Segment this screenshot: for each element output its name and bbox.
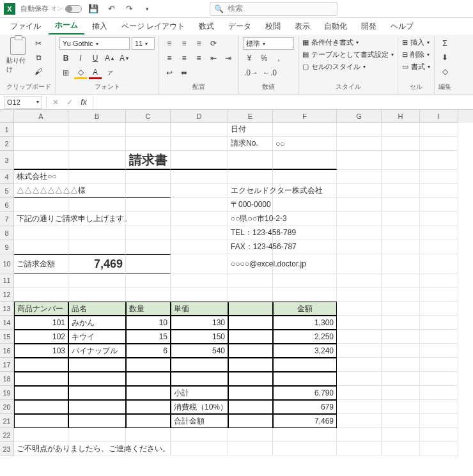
cell-E21[interactable] bbox=[228, 414, 273, 428]
cell-D10[interactable] bbox=[171, 254, 228, 273]
italic-button[interactable]: I bbox=[74, 52, 87, 65]
cell-I11[interactable] bbox=[420, 273, 458, 288]
cell-G10[interactable] bbox=[337, 254, 382, 273]
cell-I19[interactable] bbox=[420, 386, 458, 400]
cell-E7[interactable]: ○○県○○市10-2-3 bbox=[228, 212, 273, 226]
cell-G4[interactable] bbox=[337, 170, 382, 184]
cell-G18[interactable] bbox=[337, 372, 382, 386]
font-size-dropdown[interactable]: 11▾ bbox=[132, 37, 155, 50]
cell-B10[interactable]: 7,469 bbox=[68, 254, 126, 273]
cell-F20[interactable]: 679 bbox=[273, 400, 337, 414]
cell-H20[interactable] bbox=[382, 400, 420, 414]
cell-F22[interactable] bbox=[273, 428, 337, 442]
cell-H3[interactable] bbox=[382, 151, 420, 170]
cell-C6[interactable] bbox=[126, 198, 171, 212]
cell-B19[interactable] bbox=[68, 386, 126, 400]
cell-A13[interactable]: 商品ナンバー bbox=[14, 302, 68, 316]
cell-G22[interactable] bbox=[337, 428, 382, 442]
cell-E1[interactable]: 日付 bbox=[228, 123, 273, 137]
tab-dev[interactable]: 開発 bbox=[355, 19, 383, 35]
row-header-14[interactable]: 14 bbox=[0, 316, 14, 330]
cell-C18[interactable] bbox=[126, 372, 171, 386]
cell-H7[interactable] bbox=[382, 212, 420, 226]
orientation-icon[interactable]: ⟳ bbox=[207, 37, 220, 50]
row-header-5[interactable]: 5 bbox=[0, 184, 14, 198]
align-top-icon[interactable]: ≡ bbox=[163, 37, 176, 50]
cell-E9[interactable]: FAX：123-456-787 bbox=[228, 240, 273, 254]
cell-A1[interactable] bbox=[14, 123, 68, 137]
cell-E18[interactable] bbox=[228, 372, 273, 386]
cell-I4[interactable] bbox=[420, 170, 458, 184]
row-header-10[interactable]: 10 bbox=[0, 254, 14, 273]
cell-C13[interactable]: 数量 bbox=[126, 302, 171, 316]
cell-I18[interactable] bbox=[420, 372, 458, 386]
cell-D11[interactable] bbox=[171, 273, 228, 288]
tab-view[interactable]: 表示 bbox=[288, 19, 316, 35]
cell-F3[interactable] bbox=[273, 151, 337, 170]
cell-G20[interactable] bbox=[337, 400, 382, 414]
cell-C4[interactable] bbox=[126, 170, 171, 184]
cell-E16[interactable] bbox=[228, 344, 273, 358]
cell-D6[interactable] bbox=[171, 198, 228, 212]
cell-I1[interactable] bbox=[420, 123, 458, 137]
cell-D16[interactable]: 540 bbox=[171, 344, 228, 358]
cell-B20[interactable] bbox=[68, 400, 126, 414]
cell-F16[interactable]: 3,240 bbox=[273, 344, 337, 358]
col-header-C[interactable]: C bbox=[126, 110, 171, 123]
autosave-toggle[interactable]: 自動保存 オン bbox=[20, 4, 82, 13]
cell-I3[interactable] bbox=[420, 151, 458, 170]
cell-G21[interactable] bbox=[337, 414, 382, 428]
cell-G8[interactable] bbox=[337, 226, 382, 240]
cell-H16[interactable] bbox=[382, 344, 420, 358]
cell-B16[interactable]: パイナップル bbox=[68, 344, 126, 358]
cell-D4[interactable] bbox=[171, 170, 228, 184]
tab-home[interactable]: ホーム bbox=[49, 17, 84, 35]
cell-B18[interactable] bbox=[68, 372, 126, 386]
cell-I21[interactable] bbox=[420, 414, 458, 428]
cell-A11[interactable] bbox=[14, 273, 68, 288]
cell-D22[interactable] bbox=[171, 428, 228, 442]
row-header-13[interactable]: 13 bbox=[0, 302, 14, 316]
cell-F5[interactable] bbox=[273, 184, 337, 198]
cell-A15[interactable]: 102 bbox=[14, 330, 68, 344]
cell-C15[interactable]: 15 bbox=[126, 330, 171, 344]
row-header-22[interactable]: 22 bbox=[0, 428, 14, 442]
cell-C5[interactable] bbox=[126, 184, 171, 198]
cell-B11[interactable] bbox=[68, 273, 126, 288]
conditional-format-button[interactable]: ▦条件付き書式▾ bbox=[302, 37, 359, 48]
cell-C3[interactable]: 請求書 bbox=[126, 151, 171, 170]
cell-F10[interactable] bbox=[273, 254, 337, 273]
cell-F2[interactable]: ○○ bbox=[273, 137, 337, 151]
cell-H4[interactable] bbox=[382, 170, 420, 184]
copy-icon[interactable]: ⧉ bbox=[32, 51, 45, 64]
cell-H10[interactable] bbox=[382, 254, 420, 273]
cell-F18[interactable] bbox=[273, 372, 337, 386]
cell-C2[interactable] bbox=[126, 137, 171, 151]
cell-I14[interactable] bbox=[420, 316, 458, 330]
row-header-9[interactable]: 9 bbox=[0, 240, 14, 254]
cell-E8[interactable]: TEL：123-456-789 bbox=[228, 226, 273, 240]
tab-review[interactable]: 校閲 bbox=[259, 19, 287, 35]
cell-E3[interactable] bbox=[228, 151, 273, 170]
cell-C17[interactable] bbox=[126, 358, 171, 372]
fill-icon[interactable]: ⬇ bbox=[438, 51, 451, 64]
cell-G15[interactable] bbox=[337, 330, 382, 344]
autosum-icon[interactable]: Σ bbox=[438, 37, 451, 50]
cell-B9[interactable] bbox=[68, 240, 126, 254]
dec-decimal-icon[interactable]: ←.0 bbox=[261, 66, 278, 79]
cell-C11[interactable] bbox=[126, 273, 171, 288]
col-header-E[interactable]: E bbox=[228, 110, 273, 123]
delete-cells-button[interactable]: ⊟削除▾ bbox=[402, 49, 430, 60]
col-header-I[interactable]: I bbox=[420, 110, 458, 123]
grow-font-icon[interactable]: A▲ bbox=[104, 52, 116, 65]
cell-H11[interactable] bbox=[382, 273, 420, 288]
cell-B13[interactable]: 品名 bbox=[68, 302, 126, 316]
cell-D1[interactable] bbox=[171, 123, 228, 137]
cell-G16[interactable] bbox=[337, 344, 382, 358]
cell-B17[interactable] bbox=[68, 358, 126, 372]
search-box[interactable]: 🔍 検索 bbox=[210, 2, 337, 16]
cell-H15[interactable] bbox=[382, 330, 420, 344]
cell-A5[interactable]: △△△△△△△△様 bbox=[14, 184, 68, 198]
cell-G2[interactable] bbox=[337, 137, 382, 151]
cell-I23[interactable] bbox=[420, 442, 458, 456]
